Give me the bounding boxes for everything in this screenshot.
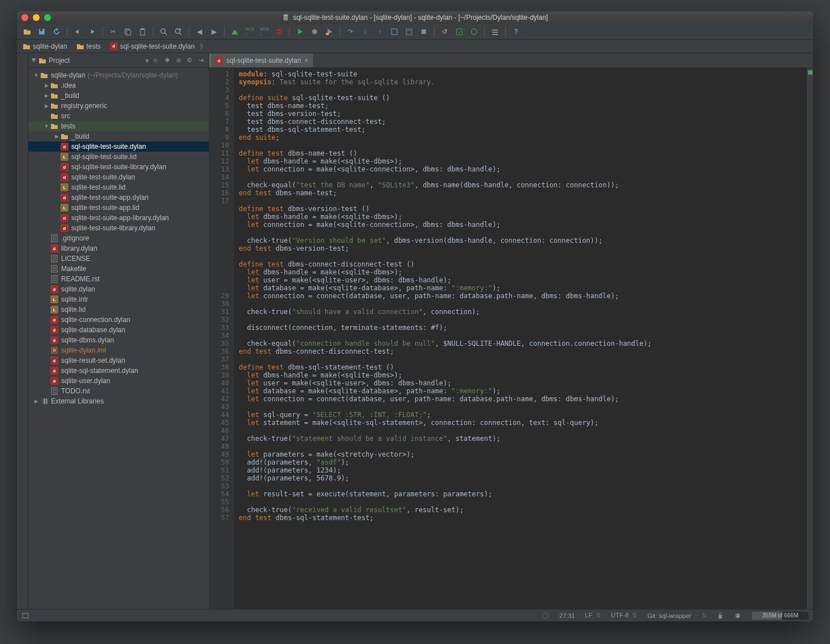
line-separator[interactable]: LF ⇅ — [585, 612, 601, 619]
undo-button[interactable] — [71, 25, 84, 38]
tree-file[interactable]: sqlite-dylan.iml — [28, 345, 209, 355]
tree-file[interactable]: README.rst — [28, 274, 209, 284]
tree-folder[interactable]: ▼sqlite-dylan(~/Projects/Dylan/sqlite-dy… — [28, 70, 209, 80]
back-nav-button[interactable]: ◀ — [192, 25, 206, 38]
minimize-window-button[interactable] — [33, 14, 40, 21]
git-branch[interactable]: Git: sql-wrapper — [647, 612, 691, 619]
tree-file[interactable]: dsqlite-test-suite-app.dylan — [28, 192, 209, 203]
tree-file[interactable]: Makefile — [28, 264, 209, 274]
tree-file[interactable]: dsql-sqlite-test-suite.dylan — [28, 141, 209, 152]
git-dropdown-icon[interactable]: ⇅ — [702, 612, 707, 619]
collapse-all-icon[interactable]: ✱ — [162, 57, 171, 64]
editor-body[interactable]: 1234567891011121314151617293031323334353… — [209, 68, 813, 609]
autoscroll-from-source-icon[interactable]: ⎋ — [151, 57, 160, 64]
svg-rect-56 — [719, 615, 722, 619]
breadcrumb-item[interactable]: tests — [73, 41, 106, 52]
close-tab-icon[interactable]: × — [304, 57, 308, 65]
tree-file[interactable]: Lsql-sqlite-test-suite.lid — [28, 152, 209, 162]
cut-button[interactable]: ✂ — [106, 25, 120, 38]
toggle-breakpoint-button[interactable] — [272, 25, 286, 38]
collapse-icon[interactable]: ▶ — [31, 58, 37, 63]
tree-folder[interactable]: ▼tests — [28, 121, 209, 131]
lock-icon[interactable] — [717, 612, 724, 619]
svg-rect-21 — [406, 29, 412, 35]
settings-button[interactable] — [488, 25, 502, 38]
step-out-button[interactable]: ↑ — [373, 25, 386, 38]
tree-folder[interactable]: ▶registry.generic — [28, 101, 209, 111]
svg-rect-24 — [457, 29, 462, 35]
file-encoding[interactable]: UTF-8 ⇅ — [611, 612, 637, 619]
vcs-update-button[interactable]: ↺ — [438, 25, 451, 38]
tree-file[interactable]: dsqlite-test-suite-library.dylan — [28, 223, 209, 233]
redo-button[interactable] — [85, 25, 99, 38]
tree-file[interactable]: dsqlite-test-suite.dylan — [28, 172, 209, 182]
run-button[interactable] — [293, 25, 307, 38]
replace-button[interactable] — [171, 25, 185, 38]
project-panel-label: Project — [49, 57, 143, 65]
open-file-button[interactable] — [20, 25, 34, 38]
close-window-button[interactable] — [21, 14, 28, 21]
step-into-button[interactable]: ↓ — [358, 25, 372, 38]
tree-folder[interactable]: src — [28, 111, 209, 121]
tree-file[interactable]: Lsqlite-test-suite.lid — [28, 182, 209, 192]
left-tool-strip[interactable] — [17, 53, 28, 609]
gear-icon[interactable]: ⚙ — [185, 57, 194, 64]
tree-file[interactable]: Lsqlite-test-suite-app.lid — [28, 203, 209, 213]
error-stripe[interactable] — [806, 68, 813, 609]
tree-file[interactable]: Lsqlite.intr — [28, 294, 209, 304]
breadcrumb-item[interactable]: d sql-sqlite-test-suite.dylan — [106, 41, 200, 52]
tree-file[interactable]: .gitignore — [28, 233, 209, 243]
tree-file[interactable]: dsql-sqlite-test-suite-library.dylan — [28, 162, 209, 172]
tree-file[interactable]: dsqlite-dbms.dylan — [28, 335, 209, 345]
save-all-button[interactable] — [35, 25, 49, 38]
tree-file[interactable]: dlibrary.dylan — [28, 243, 209, 254]
svg-point-59 — [738, 615, 739, 616]
help-button[interactable]: ? — [509, 25, 523, 38]
copy-button[interactable] — [121, 25, 135, 38]
tree-file[interactable]: LICENSE — [28, 254, 209, 264]
inspector-icon[interactable] — [734, 612, 742, 620]
memory-indicator[interactable]: 355M of 666M — [752, 612, 809, 620]
breadcrumb-item[interactable]: sqlite-dylan — [19, 41, 73, 52]
chevron-down-icon[interactable]: ▾ — [145, 57, 149, 65]
resume-button[interactable] — [388, 25, 401, 38]
editor-tab[interactable]: d sql-sqlite-test-suite.dylan × — [209, 54, 313, 67]
paste-button[interactable] — [136, 25, 149, 38]
vcs-commit-button[interactable] — [453, 25, 466, 38]
cursor-position[interactable]: 27:31 — [560, 612, 575, 619]
svg-rect-19 — [326, 33, 329, 35]
vcs-history-button[interactable] — [467, 25, 481, 38]
tree-folder[interactable]: ▶_build — [28, 91, 209, 101]
vcs-up-button[interactable]: VCS↑ — [243, 25, 256, 38]
line-gutter[interactable]: 1234567891011121314151617293031323334353… — [209, 68, 234, 609]
evaluate-button[interactable] — [402, 25, 416, 38]
target-icon[interactable]: ⊚ — [174, 57, 183, 64]
build-button[interactable] — [228, 25, 242, 38]
tree-file[interactable]: dsqlite-database.dylan — [28, 325, 209, 335]
vcs-down-button[interactable]: VCS↓ — [257, 25, 271, 38]
code-content[interactable]: module: sql-sqlite-test-suitesynopsis: T… — [234, 68, 806, 609]
tree-file[interactable]: dsqlite-user.dylan — [28, 376, 209, 386]
tree-file[interactable]: dsqlite-sql-statement.dylan — [28, 366, 209, 376]
hide-panel-icon[interactable]: ⇥ — [196, 57, 205, 64]
forward-nav-button[interactable]: ▶ — [207, 25, 221, 38]
inspection-ok-marker — [808, 70, 812, 75]
sync-button[interactable] — [50, 25, 63, 38]
debug-button[interactable] — [308, 25, 321, 38]
tree-file[interactable]: Lsqlite.lid — [28, 304, 209, 315]
process-indicator-icon[interactable] — [541, 612, 549, 620]
maximize-window-button[interactable] — [44, 14, 51, 21]
tree-file[interactable]: dsqlite-test-suite-app-library.dylan — [28, 213, 209, 223]
tree-file[interactable]: ▶External Libraries — [28, 396, 209, 406]
project-tree[interactable]: ▼sqlite-dylan(~/Projects/Dylan/sqlite-dy… — [28, 68, 209, 609]
step-over-button[interactable]: ↷ — [343, 25, 357, 38]
tree-file[interactable]: TODO.rst — [28, 386, 209, 396]
find-button[interactable] — [157, 25, 170, 38]
tree-folder[interactable]: ▶.idea — [28, 80, 209, 91]
stop-button[interactable] — [417, 25, 431, 38]
tree-file[interactable]: dsqlite-result-set.dylan — [28, 355, 209, 366]
tree-file[interactable]: dsqlite.dylan — [28, 284, 209, 294]
coverage-button[interactable] — [322, 25, 336, 38]
tree-folder[interactable]: ▶_build — [28, 131, 209, 141]
tree-file[interactable]: dsqlite-connection.dylan — [28, 315, 209, 325]
